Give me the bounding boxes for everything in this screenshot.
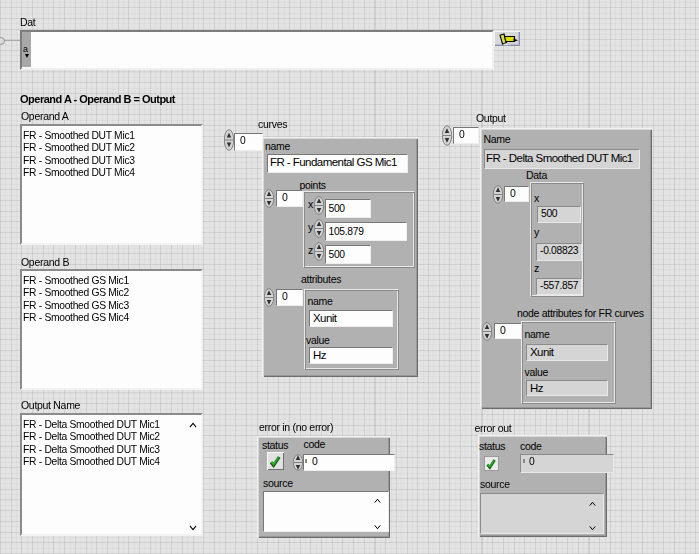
svg-text:a: a: [23, 44, 28, 54]
